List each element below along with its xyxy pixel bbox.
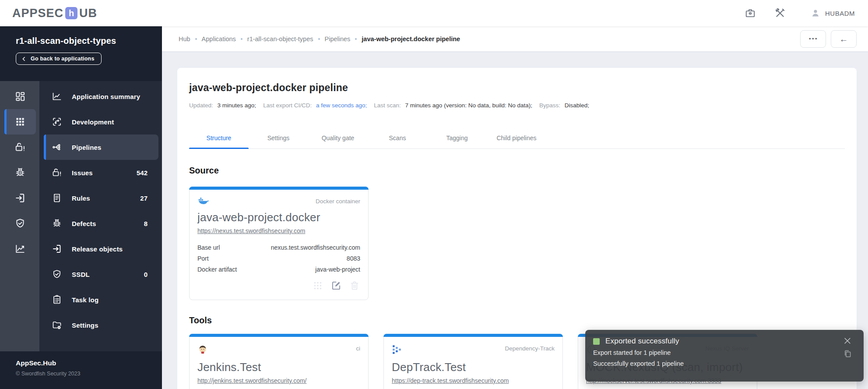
drag-handle-icon[interactable] xyxy=(312,280,323,291)
development-brackets-icon xyxy=(52,117,62,127)
source-title: java-web-project.docker xyxy=(197,211,360,224)
app-logo[interactable]: APPSEC h UB xyxy=(12,7,97,19)
trash-icon[interactable] xyxy=(349,280,360,291)
card-accent-bar xyxy=(189,334,369,337)
breadcrumb-hub[interactable]: Hub xyxy=(179,35,190,42)
sidebar-item-development[interactable]: Development xyxy=(44,109,158,134)
folder-gear-icon xyxy=(52,320,62,330)
card-accent-bar xyxy=(383,334,563,337)
user-menu[interactable]: HUBADM xyxy=(810,8,855,18)
tab-scans[interactable]: Scans xyxy=(368,127,427,149)
meta-updated-label: Updated: xyxy=(189,102,213,109)
sidebar-item-ssdl[interactable]: SSDL 0 xyxy=(44,262,158,287)
breadcrumb: Hub Applications r1-all-scan-object-type… xyxy=(179,35,460,42)
exit-to-app-icon xyxy=(14,192,26,204)
arrow-left-icon: ← xyxy=(840,35,848,43)
person-icon xyxy=(810,8,821,18)
toast-title: Exported successfully xyxy=(605,337,679,346)
sidebar-footer: AppSec.Hub © Swordfish Security 2023 xyxy=(0,351,162,389)
edit-icon[interactable] xyxy=(330,280,342,291)
breadcrumb-separator xyxy=(355,38,357,40)
meta-bypass-label: Bypass: xyxy=(539,102,560,109)
briefcase-icon[interactable] xyxy=(745,7,756,19)
close-icon[interactable] xyxy=(843,336,852,345)
bug-icon xyxy=(52,218,62,229)
apps-grid-icon xyxy=(14,116,26,127)
product-name: AppSec.Hub xyxy=(16,359,146,367)
chevron-left-icon xyxy=(21,56,27,62)
top-header: APPSEC h UB xyxy=(0,0,868,26)
logo-hub-icon: h xyxy=(65,7,77,19)
dashboard-icon xyxy=(14,91,26,102)
toast-message-1: Export started for 1 pipeline xyxy=(593,350,856,356)
success-status-icon xyxy=(593,338,600,345)
breadcrumb-application[interactable]: r1-all-scan-object-types xyxy=(247,35,313,42)
tool-card-jenkins: ci Jenkins.Test http://jenkins.test.swor… xyxy=(189,334,369,389)
card-accent-bar xyxy=(189,187,369,190)
tools-section-heading: Tools xyxy=(189,315,845,326)
go-back-to-applications-button[interactable]: Go back to applications xyxy=(16,53,102,65)
task-log-clipboard-icon xyxy=(52,294,62,305)
rail-item-ssdl[interactable] xyxy=(4,211,36,236)
rail-item-analytics[interactable] xyxy=(4,236,36,262)
application-name: r1-all-scan-object-types xyxy=(16,36,146,46)
sidebar-item-rules[interactable]: Rules 27 xyxy=(44,185,158,211)
rail-item-dashboard[interactable] xyxy=(4,84,36,109)
docker-whale-icon xyxy=(197,196,209,205)
crossed-tools-icon[interactable] xyxy=(774,7,786,19)
logo-text-prefix: APPSEC xyxy=(12,7,63,19)
rail-item-release-objects[interactable] xyxy=(4,185,36,211)
sidebar-item-pipelines[interactable]: Pipelines xyxy=(44,134,158,160)
rail-item-defects[interactable] xyxy=(4,160,36,185)
tab-settings[interactable]: Settings xyxy=(249,127,308,149)
sidebar-item-task-log[interactable]: Task log xyxy=(44,287,158,312)
page-title: java-web-project.docker pipeline xyxy=(189,68,845,94)
pipeline-branch-icon xyxy=(52,142,62,152)
chart-line-icon xyxy=(52,91,62,102)
sidebar-item-defects[interactable]: Defects 8 xyxy=(44,211,158,236)
username-label: HUBADM xyxy=(825,10,855,17)
meta-last-export-link[interactable]: a few seconds ago; xyxy=(316,102,367,109)
sidebar-menu: Application summary Development xyxy=(39,81,162,351)
tool-link[interactable]: http://jenkins.test.swordfishsecurity.co… xyxy=(197,377,307,384)
rail-item-issues[interactable] xyxy=(4,134,36,160)
sidebar-item-application-summary[interactable]: Application summary xyxy=(44,84,158,109)
source-card: Docker container java-web-project.docker… xyxy=(189,187,369,300)
tool-type-label: ci xyxy=(356,343,360,352)
tab-quality-gate[interactable]: Quality gate xyxy=(308,127,368,149)
tool-link[interactable]: https://dep-track.test.swordfishsecurity… xyxy=(392,377,509,384)
bug-icon xyxy=(14,167,26,178)
breadcrumb-bar: Hub Applications r1-all-scan-object-type… xyxy=(162,26,868,51)
meta-last-scan-value: 7 minutes ago (version: No data, build: … xyxy=(405,102,532,109)
sidebar-item-release-objects[interactable]: Release objects xyxy=(44,236,158,262)
tab-tagging[interactable]: Tagging xyxy=(427,127,487,149)
rail-item-applications[interactable] xyxy=(4,109,36,134)
source-type-label: Docker container xyxy=(316,196,360,205)
lock-open-alert-icon xyxy=(14,141,26,153)
meta-updated-value: 3 minutes ago; xyxy=(218,102,257,109)
pipeline-meta: Updated: 3 minutes ago; Last export CI/C… xyxy=(189,102,845,109)
sidebar: r1-all-scan-object-types Go back to appl… xyxy=(0,26,162,389)
tab-structure[interactable]: Structure xyxy=(189,127,249,149)
sidebar-header: r1-all-scan-object-types Go back to appl… xyxy=(0,26,162,81)
ellipsis-icon: ••• xyxy=(808,36,818,42)
tool-type-label: Dependency-Track xyxy=(505,343,555,352)
more-actions-button[interactable]: ••• xyxy=(800,30,826,48)
pipeline-tabs: Structure Settings Quality gate Scans Ta… xyxy=(189,127,845,149)
dependency-track-icon xyxy=(392,344,402,355)
sidebar-item-settings[interactable]: Settings xyxy=(44,312,158,338)
copy-icon[interactable] xyxy=(843,349,852,358)
back-button[interactable]: ← xyxy=(831,30,857,48)
breadcrumb-pipelines[interactable]: Pipelines xyxy=(325,35,351,42)
tab-child-pipelines[interactable]: Child pipelines xyxy=(487,127,546,149)
sidebar-item-issues[interactable]: Issues 542 xyxy=(44,160,158,185)
analytics-chart-icon xyxy=(14,243,26,255)
rules-scroll-icon xyxy=(52,193,62,203)
tool-card-deptrack: Dependency-Track DepTrack.Test https://d… xyxy=(383,334,563,389)
shield-check-icon xyxy=(14,218,26,229)
source-link[interactable]: https://nexus.test.swordfishsecurity.com xyxy=(197,227,305,234)
toast-message-2: Successfully exported 1 pipeline xyxy=(593,361,856,367)
breadcrumb-applications[interactable]: Applications xyxy=(202,35,236,42)
logo-text-suffix: UB xyxy=(79,7,97,19)
jenkins-icon xyxy=(197,344,208,355)
